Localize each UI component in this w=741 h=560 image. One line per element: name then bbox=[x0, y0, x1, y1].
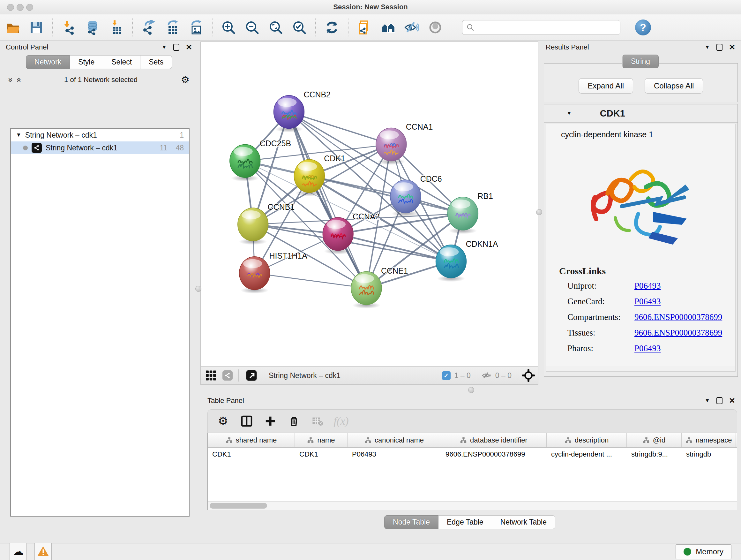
selected-checkbox[interactable]: ✓ bbox=[442, 371, 451, 380]
column-header-description[interactable]: description bbox=[547, 433, 627, 447]
import-database-button[interactable] bbox=[84, 19, 101, 36]
edge-CCNB2-CCNE1[interactable] bbox=[289, 112, 366, 288]
table-cell[interactable]: stringdb:9... bbox=[627, 448, 682, 461]
fit-selected-crosshair-icon[interactable] bbox=[522, 369, 535, 382]
table-panel-close-icon[interactable]: ✕ bbox=[729, 397, 735, 405]
collection-disclosure-icon[interactable]: ▼ bbox=[16, 132, 21, 138]
table-cell[interactable]: stringdb bbox=[682, 448, 736, 461]
control-panel-menu-icon[interactable]: ▼ bbox=[161, 44, 167, 51]
table-horizontal-scrollbar[interactable] bbox=[208, 501, 737, 510]
column-header-name[interactable]: name bbox=[295, 433, 347, 447]
node-RB1[interactable]: RB1 bbox=[448, 192, 493, 234]
crosslink-value-link[interactable]: 9606.ENSP00000378699 bbox=[634, 312, 722, 322]
tab-network-table[interactable]: Network Table bbox=[492, 515, 555, 529]
network-nodes: CCNB2CCNA1CDC25BCDK1CDC6RB1CCNB1CCNA2CDK… bbox=[230, 90, 498, 309]
left-splitter-handle[interactable] bbox=[195, 286, 201, 292]
table-panel-float-icon[interactable] bbox=[717, 397, 723, 404]
duplicate-network-button[interactable] bbox=[356, 19, 373, 36]
import-network-icon bbox=[61, 20, 77, 35]
edge-CCNE1-HIST1H1A[interactable] bbox=[255, 273, 366, 288]
tab-select[interactable]: Select bbox=[103, 55, 140, 69]
zoom-selected-button[interactable] bbox=[291, 19, 308, 36]
node-CDC25B[interactable]: CDC25B bbox=[230, 139, 291, 181]
table-row[interactable]: CDK1CDK1P064939606.ENSP00000378699cyclin… bbox=[208, 448, 737, 461]
show-all-views-button[interactable] bbox=[380, 19, 396, 36]
toolbar-search[interactable] bbox=[462, 20, 620, 35]
results-panel-close-icon[interactable]: ✕ bbox=[729, 44, 735, 51]
crosslink-value-link[interactable]: P06493 bbox=[634, 297, 661, 307]
crosslink-value-link[interactable]: P06493 bbox=[634, 281, 661, 291]
tab-sets[interactable]: Sets bbox=[140, 55, 172, 69]
control-panel-close-icon[interactable]: ✕ bbox=[186, 44, 192, 51]
table-cell[interactable]: cyclin-dependent ... bbox=[547, 448, 627, 461]
node-CCNA1[interactable]: CCNA1 bbox=[376, 122, 433, 165]
results-panel-float-icon[interactable] bbox=[717, 44, 723, 51]
column-header-label: description bbox=[575, 436, 609, 444]
node-CCNB2[interactable]: CCNB2 bbox=[274, 90, 331, 132]
expand-all-button[interactable]: Expand All bbox=[579, 78, 633, 94]
network-options-gear-icon[interactable]: ⚙ bbox=[181, 75, 190, 84]
memory-button[interactable]: Memory bbox=[676, 544, 731, 559]
import-network-button[interactable] bbox=[61, 19, 77, 36]
zoom-out-button[interactable] bbox=[244, 19, 260, 36]
collapse-all-button[interactable]: Collapse All bbox=[645, 78, 703, 94]
results-horizontal-scrollbar[interactable] bbox=[546, 366, 735, 371]
show-columns-icon[interactable] bbox=[240, 414, 254, 428]
table-cell[interactable]: CDK1 bbox=[208, 448, 295, 461]
import-database-icon bbox=[85, 20, 100, 35]
search-input[interactable] bbox=[477, 23, 616, 32]
help-button[interactable]: ? bbox=[635, 19, 651, 36]
column-header-@id[interactable]: @id bbox=[627, 433, 682, 447]
birds-eye-view-icon[interactable] bbox=[204, 368, 218, 382]
network-collection-row[interactable]: ▼ String Network – cdk1 1 bbox=[11, 129, 189, 141]
table-cell[interactable]: P06493 bbox=[347, 448, 441, 461]
import-table-button[interactable] bbox=[108, 19, 125, 36]
control-panel-float-icon[interactable] bbox=[173, 44, 179, 51]
create-column-icon[interactable] bbox=[263, 414, 277, 428]
tab-style[interactable]: Style bbox=[70, 55, 103, 69]
network-row-selected[interactable]: String Network – cdk1 11 48 bbox=[11, 141, 189, 154]
string-view-icon[interactable] bbox=[222, 370, 232, 381]
save-session-button[interactable] bbox=[28, 19, 45, 36]
table-panel-menu-icon[interactable]: ▼ bbox=[704, 397, 710, 404]
table-cell[interactable]: 9606.ENSP00000378699 bbox=[441, 448, 547, 461]
export-image-button[interactable] bbox=[188, 19, 204, 36]
open-session-button[interactable] bbox=[4, 19, 21, 36]
tab-node-table[interactable]: Node Table bbox=[384, 515, 439, 529]
hide-selected-button[interactable] bbox=[403, 19, 420, 36]
export-table-button[interactable] bbox=[164, 19, 181, 36]
edge-CCNB2-CCNA1[interactable] bbox=[289, 112, 391, 145]
table-options-gear-icon[interactable]: ⚙ bbox=[216, 414, 230, 428]
gene-section-header[interactable]: ▼ CDK1 bbox=[544, 105, 738, 123]
column-header-namespace[interactable]: namespace bbox=[682, 433, 736, 447]
zoom-in-button[interactable] bbox=[220, 19, 237, 36]
network-view-canvas[interactable]: CCNB2CCNA1CDC25BCDK1CDC6RB1CCNB1CCNA2CDK… bbox=[200, 42, 538, 367]
table-scrollbar-thumb[interactable] bbox=[210, 503, 267, 509]
column-header-database-identifier[interactable]: database identifier bbox=[441, 433, 547, 447]
tab-network[interactable]: Network bbox=[26, 55, 70, 69]
node-HIST1H1A[interactable]: HIST1H1A bbox=[239, 251, 307, 294]
node-CCNB1[interactable]: CCNB1 bbox=[238, 202, 294, 245]
delete-column-icon[interactable] bbox=[287, 414, 301, 428]
warnings-button[interactable] bbox=[35, 543, 52, 560]
column-header-shared-name[interactable]: shared name bbox=[208, 433, 295, 447]
gene-disclosure-icon[interactable]: ▼ bbox=[566, 110, 572, 117]
results-panel-menu-icon[interactable]: ▼ bbox=[704, 44, 710, 51]
crosslink-value-link[interactable]: 9606.ENSP00000378699 bbox=[634, 328, 722, 338]
export-table-icon bbox=[165, 20, 180, 35]
export-network-button[interactable] bbox=[140, 19, 157, 36]
tab-string[interactable]: String bbox=[622, 55, 659, 68]
cloud-status-button[interactable]: ☁ bbox=[10, 543, 27, 560]
tab-edge-table[interactable]: Edge Table bbox=[439, 515, 492, 529]
collapse-all-networks-icon[interactable]: » bbox=[13, 78, 23, 82]
bottom-splitter-handle[interactable] bbox=[468, 387, 474, 393]
crosslink-value-link[interactable]: P06493 bbox=[634, 344, 661, 354]
node-CDKN1A[interactable]: CDKN1A bbox=[436, 240, 498, 282]
open-in-window-icon[interactable] bbox=[245, 368, 259, 382]
column-header-canonical-name[interactable]: canonical name bbox=[347, 433, 441, 447]
network-status-dot bbox=[23, 145, 28, 150]
table-cell[interactable]: CDK1 bbox=[295, 448, 347, 461]
apply-style-button[interactable] bbox=[324, 19, 340, 36]
zoom-fit-button[interactable] bbox=[267, 19, 284, 36]
show-hidden-button[interactable] bbox=[427, 19, 444, 36]
